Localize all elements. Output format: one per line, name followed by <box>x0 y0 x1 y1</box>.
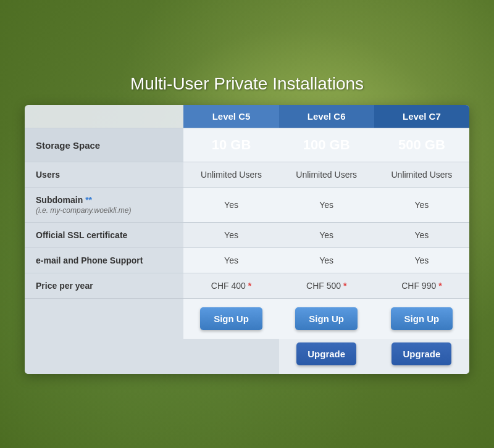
upgrade-c6-cell: Upgrade <box>279 339 374 374</box>
ssl-row: Official SSL certificate Yes Yes Yes <box>25 223 469 248</box>
signup-c6-button[interactable]: Sign Up <box>295 307 358 330</box>
header-row: Level C5 Level C6 Level C7 <box>25 105 469 128</box>
users-c5: Unlimited Users <box>183 162 278 188</box>
subdomain-c7: Yes <box>374 188 469 223</box>
upgrade-c7-button[interactable]: Upgrade <box>391 342 451 365</box>
subdomain-c6: Yes <box>279 188 374 223</box>
ssl-c5: Yes <box>183 223 278 248</box>
level-c5-header: Level C5 <box>183 105 278 128</box>
users-c6: Unlimited Users <box>279 162 374 188</box>
page-title: Multi-User Private Installations <box>130 74 364 94</box>
subdomain-row: Subdomain ** (i.e. my-company.woelkli.me… <box>25 188 469 223</box>
signup-c6-cell: Sign Up <box>279 299 374 339</box>
pricing-table: Level C5 Level C6 Level C7 Storage Space… <box>25 105 469 374</box>
support-c5: Yes <box>183 248 278 273</box>
upgrade-c6-button[interactable]: Upgrade <box>296 342 356 365</box>
signup-c5-button[interactable]: Sign Up <box>200 307 262 330</box>
support-c6: Yes <box>279 248 374 273</box>
signup-c7-cell: Sign Up <box>374 299 469 339</box>
subdomain-c5: Yes <box>183 188 278 223</box>
signup-c7-button[interactable]: Sign Up <box>391 307 453 330</box>
users-row: Users Unlimited Users Unlimited Users Un… <box>25 162 469 188</box>
storage-c5: 10 GB <box>183 128 278 162</box>
storage-row: Storage Space 10 GB 100 GB 500 GB <box>25 128 469 162</box>
price-c6: CHF 500 * <box>279 273 374 299</box>
upgrade-row-empty <box>25 339 183 374</box>
feature-header <box>25 105 183 128</box>
subdomain-note: (i.e. my-company.woelkli.me) <box>36 206 131 215</box>
subdomain-star: ** <box>85 195 92 205</box>
upgrade-c7-cell: Upgrade <box>374 339 469 374</box>
price-label: Price per year <box>25 273 183 299</box>
signup-c5-cell: Sign Up <box>183 299 278 339</box>
ssl-c7: Yes <box>374 223 469 248</box>
users-c7: Unlimited Users <box>374 162 469 188</box>
price-c7-star: * <box>438 281 442 291</box>
subdomain-label: Subdomain ** (i.e. my-company.woelkli.me… <box>25 188 183 223</box>
price-row: Price per year CHF 400 * CHF 500 * CHF 9… <box>25 273 469 299</box>
support-c7: Yes <box>374 248 469 273</box>
price-c7: CHF 990 * <box>374 273 469 299</box>
price-c6-star: * <box>343 281 346 291</box>
ssl-label: Official SSL certificate <box>25 223 183 248</box>
upgrade-c5-empty <box>183 339 278 374</box>
ssl-c6: Yes <box>279 223 374 248</box>
support-row: e-mail and Phone Support Yes Yes Yes <box>25 248 469 273</box>
support-label: e-mail and Phone Support <box>25 248 183 273</box>
storage-c6: 100 GB <box>279 128 374 162</box>
btn-row-empty <box>25 299 183 339</box>
price-c5-star: * <box>248 281 251 291</box>
pricing-table-wrapper: Level C5 Level C6 Level C7 Storage Space… <box>25 105 469 374</box>
price-c5: CHF 400 * <box>183 273 278 299</box>
signup-row: Sign Up Sign Up Sign Up <box>25 299 469 339</box>
storage-c7: 500 GB <box>374 128 469 162</box>
users-label: Users <box>25 162 183 188</box>
level-c7-header: Level C7 <box>374 105 469 128</box>
storage-label: Storage Space <box>25 128 183 162</box>
subdomain-label-text: Subdomain <box>36 195 83 205</box>
level-c6-header: Level C6 <box>279 105 374 128</box>
upgrade-row: Upgrade Upgrade <box>25 339 469 374</box>
